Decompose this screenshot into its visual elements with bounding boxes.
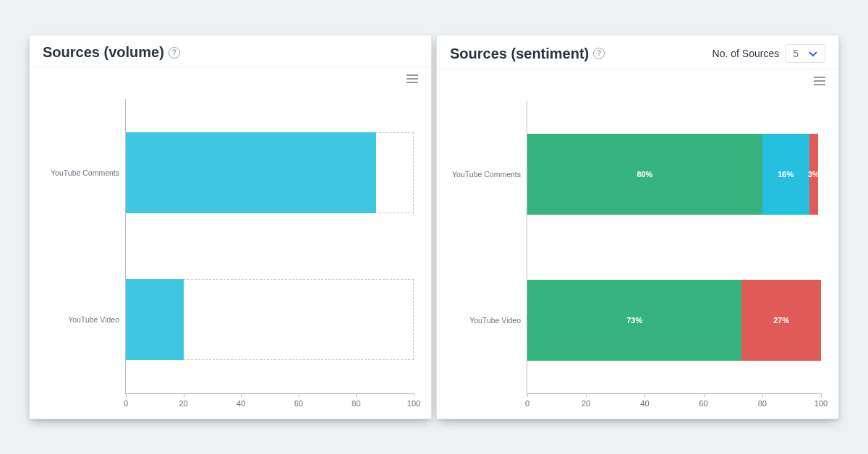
sources-count-control: No. of Sources 5 [712, 44, 825, 63]
panel-title: Sources (sentiment) ? [450, 46, 605, 62]
sources-count-value: 5 [793, 48, 799, 59]
dashboard-row: Sources (volume) ? 020406080100YouTube C… [0, 0, 868, 454]
plot-area: 020406080100 [125, 99, 414, 394]
help-icon[interactable]: ? [169, 47, 180, 59]
bar[interactable] [126, 132, 376, 213]
x-tick-mark [184, 393, 184, 397]
x-tick-mark [762, 393, 763, 397]
x-tick-label: 0 [124, 399, 128, 408]
bar[interactable] [126, 279, 184, 360]
bar-segment[interactable]: 80% [527, 134, 762, 214]
y-axis-label: YouTube Comments [447, 170, 521, 179]
x-tick-label: 20 [179, 399, 187, 408]
x-tick-mark [356, 393, 357, 397]
bar-segment[interactable]: 16% [762, 134, 809, 214]
bar-segment[interactable]: 27% [741, 280, 821, 360]
chart-menu-button[interactable] [814, 77, 825, 85]
chart-area-sentiment: 02040608010080%16%3%73%27%YouTube Commen… [437, 69, 838, 419]
x-tick-mark [821, 393, 822, 397]
panel-header: Sources (sentiment) ? No. of Sources 5 [437, 35, 838, 69]
chevron-down-icon [809, 48, 817, 59]
x-tick-label: 20 [582, 399, 590, 408]
x-tick-label: 100 [814, 399, 827, 408]
x-tick-mark [527, 393, 528, 397]
plot-area: 02040608010080%16%3%73%27% [527, 101, 821, 394]
panel-title-text: Sources (sentiment) [450, 46, 589, 62]
chart-menu-button[interactable] [407, 74, 418, 83]
x-tick-mark [241, 393, 242, 397]
y-axis-label: YouTube Comments [40, 168, 119, 177]
x-tick-label: 40 [237, 399, 245, 408]
x-tick-label: 80 [352, 399, 360, 408]
bar-segment[interactable]: 3% [809, 134, 818, 214]
x-tick-label: 80 [758, 399, 767, 408]
volume-chart: 020406080100YouTube CommentsYouTube Vide… [40, 99, 418, 394]
x-tick-mark [704, 393, 705, 397]
panel-sources-volume: Sources (volume) ? 020406080100YouTube C… [29, 35, 432, 419]
x-tick-label: 60 [294, 399, 303, 408]
panel-sources-sentiment: Sources (sentiment) ? No. of Sources 5 0… [436, 35, 839, 419]
x-tick-mark [586, 393, 587, 397]
hamburger-icon [407, 74, 418, 83]
chart-area-volume: 020406080100YouTube CommentsYouTube Vide… [30, 67, 431, 419]
x-tick-label: 100 [407, 399, 420, 408]
bar-segment[interactable]: 73% [527, 280, 741, 360]
x-tick-mark [299, 393, 299, 397]
x-tick-mark [644, 393, 645, 397]
y-axis-label: YouTube Video [447, 316, 521, 325]
x-tick-label: 0 [525, 399, 529, 408]
panel-header: Sources (volume) ? [30, 35, 431, 67]
panel-title-text: Sources (volume) [43, 44, 164, 61]
y-axis-label: YouTube Video [40, 315, 119, 324]
x-tick-label: 60 [699, 399, 707, 408]
hamburger-icon [814, 77, 825, 85]
help-icon[interactable]: ? [593, 48, 605, 59]
x-tick-mark [414, 393, 414, 397]
sources-count-select[interactable]: 5 [785, 44, 825, 63]
x-tick-mark [126, 393, 127, 397]
panel-title: Sources (volume) ? [43, 44, 180, 61]
sentiment-chart: 02040608010080%16%3%73%27%YouTube Commen… [447, 101, 825, 394]
x-tick-label: 40 [640, 399, 649, 408]
sources-count-label: No. of Sources [712, 48, 780, 59]
